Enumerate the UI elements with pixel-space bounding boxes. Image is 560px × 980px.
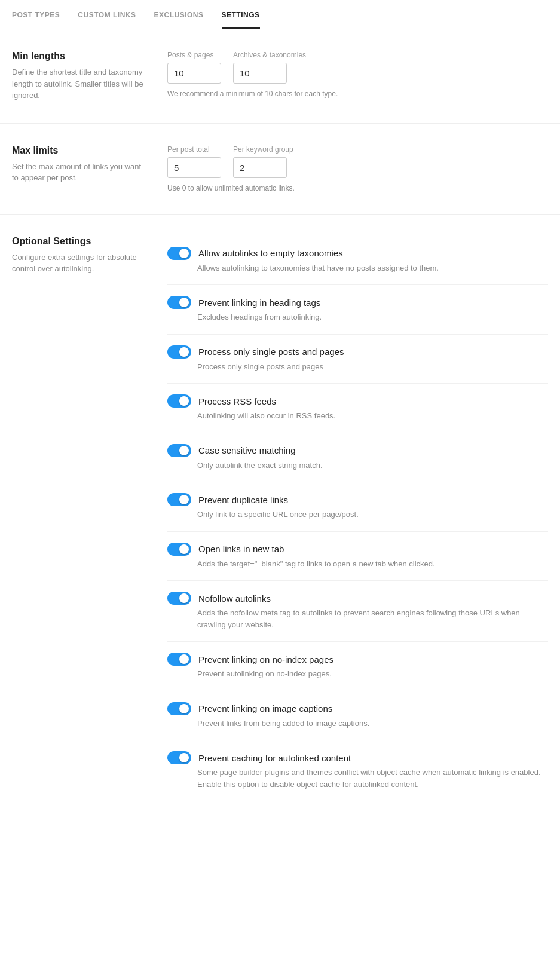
optional-settings-description: Configure extra settings for absolute co… [12, 252, 143, 275]
toggle-switch-empty-taxonomies[interactable] [167, 247, 191, 260]
toggle-switch-rss-feeds[interactable] [167, 394, 191, 408]
toggle-switch-no-index[interactable] [167, 653, 191, 666]
toggle-label-image-captions: Prevent linking on image captions [198, 703, 332, 713]
min-lengths-hint: We recommend a minimum of 10 chars for e… [167, 90, 548, 98]
toggle-row-single-posts: Process only single posts and pages [167, 345, 548, 359]
toggle-row-case-sensitive: Case sensitive matching [167, 444, 548, 457]
optional-settings-right: Allow autolinks to empty taxonomies Allo… [167, 236, 548, 801]
toggle-switch-case-sensitive[interactable] [167, 444, 191, 457]
toggle-label-duplicate-links: Prevent duplicate links [198, 495, 288, 505]
toggle-desc-single-posts: Process only single posts and pages [197, 361, 548, 373]
per-post-label: Per post total [167, 145, 221, 154]
max-limits-hint: Use 0 to allow unlimited automatic links… [167, 184, 548, 192]
toggle-item-prevent-caching: Prevent caching for autolinked content S… [167, 740, 548, 801]
toggle-switch-image-captions[interactable] [167, 702, 191, 715]
toggle-label-nofollow: Nofollow autolinks [198, 593, 271, 604]
max-limits-fields: Per post total Per keyword group [167, 145, 548, 178]
toggle-row-image-captions: Prevent linking on image captions [167, 702, 548, 715]
nav-tabs: POST TYPES CUSTOM LINKS EXCLUSIONS SETTI… [0, 0, 560, 29]
toggle-desc-new-tab: Adds the target="_blank" tag to links to… [197, 558, 548, 570]
optional-settings-title: Optional Settings [12, 236, 143, 247]
toggle-item-image-captions: Prevent linking on image captions Preven… [167, 691, 548, 741]
archives-taxonomies-field: Archives & taxonomies [233, 51, 306, 84]
optional-settings-section: Optional Settings Configure extra settin… [0, 215, 560, 823]
toggle-item-case-sensitive: Case sensitive matching Only autolink th… [167, 433, 548, 483]
toggle-desc-case-sensitive: Only autolink the exact string match. [197, 460, 548, 471]
min-lengths-right: Posts & pages Archives & taxonomies We r… [167, 51, 548, 102]
per-keyword-field: Per keyword group [233, 145, 293, 178]
toggle-item-single-posts: Process only single posts and pages Proc… [167, 335, 548, 384]
toggle-row-no-index: Prevent linking on no-index pages [167, 653, 548, 666]
toggle-item-rss-feeds: Process RSS feeds Autolinking will also … [167, 384, 548, 433]
toggle-switch-single-posts[interactable] [167, 345, 191, 359]
toggle-row-heading-tags: Prevent linking in heading tags [167, 296, 548, 309]
toggle-switch-heading-tags[interactable] [167, 296, 191, 309]
toggle-desc-heading-tags: Excludes headings from autolinking. [197, 311, 548, 323]
archives-taxonomies-input[interactable] [233, 63, 287, 84]
toggle-desc-prevent-caching: Some page builder plugins and themes con… [197, 767, 548, 790]
toggle-label-new-tab: Open links in new tab [198, 544, 284, 554]
optional-settings-left: Optional Settings Configure extra settin… [12, 236, 143, 801]
max-limits-right: Per post total Per keyword group Use 0 t… [167, 145, 548, 192]
toggle-label-single-posts: Process only single posts and pages [198, 347, 344, 357]
toggle-item-nofollow: Nofollow autolinks Adds the nofollow met… [167, 581, 548, 642]
toggle-switch-duplicate-links[interactable] [167, 493, 191, 506]
toggle-item-new-tab: Open links in new tab Adds the target="_… [167, 532, 548, 581]
toggle-row-new-tab: Open links in new tab [167, 543, 548, 556]
toggle-row-rss-feeds: Process RSS feeds [167, 394, 548, 408]
tab-settings[interactable]: SETTINGS [222, 0, 260, 29]
tab-exclusions[interactable]: EXCLUSIONS [154, 0, 203, 29]
toggle-item-heading-tags: Prevent linking in heading tags Excludes… [167, 285, 548, 335]
toggle-list: Allow autolinks to empty taxonomies Allo… [167, 236, 548, 801]
toggle-row-duplicate-links: Prevent duplicate links [167, 493, 548, 506]
toggle-switch-prevent-caching[interactable] [167, 751, 191, 764]
toggle-desc-duplicate-links: Only link to a specific URL once per pag… [197, 509, 548, 520]
min-lengths-section: Min lengths Define the shortest title an… [0, 29, 560, 124]
toggle-row-empty-taxonomies: Allow autolinks to empty taxonomies [167, 247, 548, 260]
posts-pages-label: Posts & pages [167, 51, 221, 59]
toggle-label-heading-tags: Prevent linking in heading tags [198, 298, 320, 308]
toggle-desc-no-index: Prevent autolinking on no-index pages. [197, 668, 548, 680]
per-post-input[interactable] [167, 157, 221, 178]
toggle-desc-image-captions: Prevent links from being added to image … [197, 718, 548, 730]
per-keyword-input[interactable] [233, 157, 287, 178]
tab-custom-links[interactable]: CUSTOM LINKS [78, 0, 136, 29]
toggle-label-prevent-caching: Prevent caching for autolinked content [198, 753, 351, 763]
max-limits-title: Max limits [12, 145, 143, 156]
max-limits-description: Set the max amount of links you want to … [12, 161, 143, 184]
toggle-row-nofollow: Nofollow autolinks [167, 592, 548, 605]
posts-pages-field: Posts & pages [167, 51, 221, 84]
toggle-desc-rss-feeds: Autolinking will also occur in RSS feeds… [197, 410, 548, 422]
toggle-desc-nofollow: Adds the nofollow meta tag to autolinks … [197, 607, 548, 630]
per-post-field: Per post total [167, 145, 221, 178]
toggle-switch-nofollow[interactable] [167, 592, 191, 605]
toggle-item-no-index: Prevent linking on no-index pages Preven… [167, 642, 548, 691]
toggle-switch-new-tab[interactable] [167, 543, 191, 556]
toggle-label-rss-feeds: Process RSS feeds [198, 396, 276, 406]
tab-post-types[interactable]: POST TYPES [12, 0, 60, 29]
min-lengths-description: Define the shortest title and taxonomy l… [12, 66, 143, 102]
min-lengths-title: Min lengths [12, 51, 143, 62]
toggle-row-prevent-caching: Prevent caching for autolinked content [167, 751, 548, 764]
min-lengths-fields: Posts & pages Archives & taxonomies [167, 51, 548, 84]
posts-pages-input[interactable] [167, 63, 221, 84]
toggle-item-empty-taxonomies: Allow autolinks to empty taxonomies Allo… [167, 236, 548, 286]
max-limits-left: Max limits Set the max amount of links y… [12, 145, 143, 192]
per-keyword-label: Per keyword group [233, 145, 293, 154]
toggle-label-empty-taxonomies: Allow autolinks to empty taxonomies [198, 248, 343, 258]
archives-taxonomies-label: Archives & taxonomies [233, 51, 306, 59]
toggle-label-no-index: Prevent linking on no-index pages [198, 654, 333, 664]
max-limits-section: Max limits Set the max amount of links y… [0, 124, 560, 215]
toggle-desc-empty-taxonomies: Allows autolinking to taxonomies that ha… [197, 262, 548, 274]
toggle-label-case-sensitive: Case sensitive matching [198, 445, 296, 455]
min-lengths-left: Min lengths Define the shortest title an… [12, 51, 143, 102]
toggle-item-duplicate-links: Prevent duplicate links Only link to a s… [167, 482, 548, 532]
